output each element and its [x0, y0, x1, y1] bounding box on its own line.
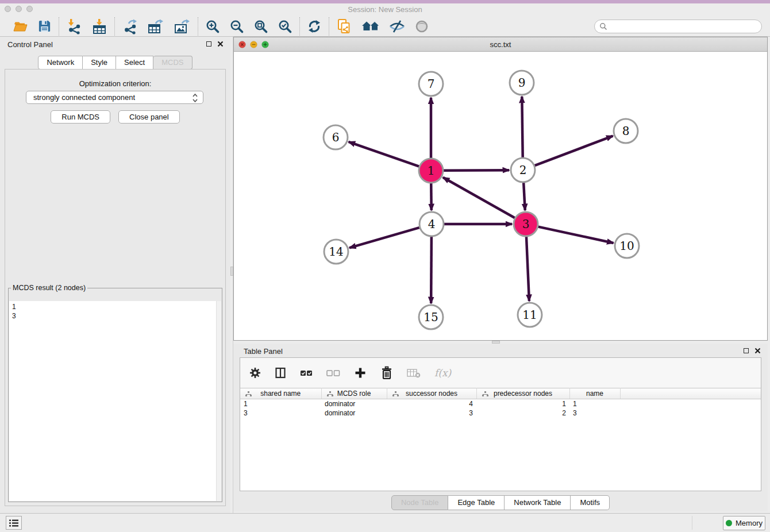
- column-header-shared-name[interactable]: shared name: [240, 388, 321, 399]
- export-network-button[interactable]: [122, 18, 138, 34]
- graph-edge-1-4[interactable]: [431, 183, 432, 210]
- tab-mcds[interactable]: MCDS: [153, 56, 192, 70]
- status-bar: Memory: [0, 513, 770, 532]
- add-column-button[interactable]: [354, 367, 367, 379]
- graph-edge-3-11[interactable]: [526, 237, 529, 301]
- tab-network[interactable]: Network: [38, 56, 83, 70]
- table-settings-button[interactable]: [249, 367, 261, 379]
- graph-node-label-10: 10: [619, 239, 634, 253]
- graph-edge-2-9[interactable]: [522, 97, 522, 157]
- table-cell[interactable]: 1: [240, 399, 321, 408]
- delete-table-button[interactable]: [407, 368, 421, 378]
- import-table-button[interactable]: [91, 18, 107, 34]
- graph-node-label-9: 9: [518, 76, 526, 90]
- mcds-result-area[interactable]: 1 3: [9, 301, 221, 501]
- select-all-icon: [300, 368, 313, 378]
- tab-node-table[interactable]: Node Table: [391, 495, 449, 510]
- graph-edge-3-1[interactable]: [443, 178, 515, 218]
- column-header-mcds-role[interactable]: MCDS role: [321, 388, 387, 399]
- graph-edge-3-10[interactable]: [538, 227, 614, 243]
- graph-edge-4-14[interactable]: [349, 228, 419, 248]
- tab-style[interactable]: Style: [83, 56, 116, 70]
- tab-select[interactable]: Select: [116, 56, 153, 70]
- close-panel-button[interactable]: Close panel: [118, 110, 180, 124]
- zoom-fit-button[interactable]: [253, 19, 268, 34]
- memory-button[interactable]: Memory: [723, 516, 765, 530]
- delete-column-button[interactable]: [380, 366, 393, 380]
- statusbar-divider: [692, 516, 692, 530]
- result-scrollbar[interactable]: [216, 301, 221, 501]
- hide-selected-button[interactable]: [389, 19, 405, 34]
- open-folder-icon: [13, 19, 28, 34]
- graph-edge-2-8[interactable]: [535, 136, 613, 166]
- table-toolbar: f(x): [240, 358, 761, 388]
- delete-table-icon: [407, 368, 421, 378]
- clone-network-icon: [336, 18, 352, 34]
- export-image-button[interactable]: [174, 18, 191, 34]
- graph-edge-4-15[interactable]: [431, 237, 432, 303]
- table-cell[interactable]: 3: [387, 408, 476, 418]
- run-mcds-button[interactable]: Run MCDS: [51, 110, 110, 124]
- zoom-selected-button[interactable]: [278, 19, 292, 34]
- table-cell-filler: [620, 399, 761, 408]
- graph-node-label-6: 6: [332, 130, 340, 144]
- zoom-selected-icon: [278, 19, 292, 34]
- homes-icon: [361, 19, 380, 34]
- table-cell[interactable]: 3: [240, 408, 321, 418]
- columns-icon: [275, 367, 286, 379]
- table-cell[interactable]: dominator: [321, 408, 387, 418]
- graph-edge-1-6[interactable]: [349, 142, 419, 167]
- refresh-layout-button[interactable]: [307, 19, 322, 34]
- hierarchy-icon: [327, 391, 333, 397]
- criterion-dropdown[interactable]: strongly connected component: [26, 91, 203, 104]
- window-title: Session: New Session: [0, 5, 770, 14]
- zoom-in-button[interactable]: [205, 19, 220, 34]
- column-header-successor-nodes[interactable]: successor nodes: [387, 388, 476, 399]
- search-box[interactable]: [594, 20, 762, 33]
- save-session-button[interactable]: [37, 19, 52, 33]
- float-table-panel-icon[interactable]: [744, 348, 749, 353]
- select-all-rows-button[interactable]: [300, 368, 313, 378]
- zoom-out-button[interactable]: [229, 19, 244, 34]
- new-network-from-selection-button[interactable]: [336, 18, 352, 34]
- table-row[interactable]: 3dominator323: [240, 408, 761, 418]
- deselect-all-icon: [326, 368, 340, 378]
- export-image-icon: [174, 18, 191, 34]
- first-neighbors-button[interactable]: [361, 19, 380, 34]
- table-cell[interactable]: 1: [476, 399, 569, 408]
- search-input[interactable]: [610, 22, 757, 30]
- main-toolbar: [0, 16, 770, 37]
- table-row[interactable]: 1dominator411: [240, 399, 761, 408]
- table-tabs: Node TableEdge TableNetwork TableMotifs: [233, 495, 768, 510]
- table-cell[interactable]: 1: [569, 399, 620, 408]
- criterion-dropdown-value: strongly connected component: [33, 93, 135, 102]
- deselect-all-rows-button[interactable]: [326, 368, 340, 378]
- tab-network-table[interactable]: Network Table: [505, 495, 571, 510]
- column-header-predecessor-nodes[interactable]: predecessor nodes: [476, 388, 569, 399]
- network-canvas[interactable]: 7968124314101511: [234, 52, 767, 340]
- graph-edge-1-2[interactable]: [444, 170, 509, 171]
- table-cell[interactable]: 3: [569, 408, 620, 418]
- network-window-titlebar[interactable]: scc.txt: [234, 37, 767, 52]
- show-columns-button[interactable]: [275, 367, 286, 379]
- task-history-button[interactable]: [6, 516, 22, 530]
- mcds-result-text: 1 3: [9, 301, 215, 501]
- graph-node-label-2: 2: [519, 163, 527, 177]
- function-builder-button[interactable]: f(x): [434, 367, 451, 379]
- search-icon: [599, 22, 607, 30]
- close-panel-icon[interactable]: [217, 41, 224, 47]
- table-cell[interactable]: dominator: [321, 399, 387, 408]
- tab-edge-table[interactable]: Edge Table: [448, 495, 505, 510]
- close-table-panel-icon[interactable]: [754, 348, 761, 354]
- import-network-button[interactable]: [66, 18, 82, 34]
- show-all-button[interactable]: [414, 19, 429, 34]
- graph-edge-2-3[interactable]: [523, 183, 525, 210]
- tab-motifs[interactable]: Motifs: [571, 495, 610, 510]
- hierarchy-icon: [245, 391, 252, 397]
- table-cell[interactable]: 4: [387, 399, 476, 408]
- export-table-button[interactable]: [147, 18, 164, 34]
- column-header-name[interactable]: name: [569, 388, 620, 399]
- table-cell[interactable]: 2: [476, 408, 569, 418]
- float-panel-icon[interactable]: [206, 41, 211, 47]
- open-session-button[interactable]: [13, 19, 28, 34]
